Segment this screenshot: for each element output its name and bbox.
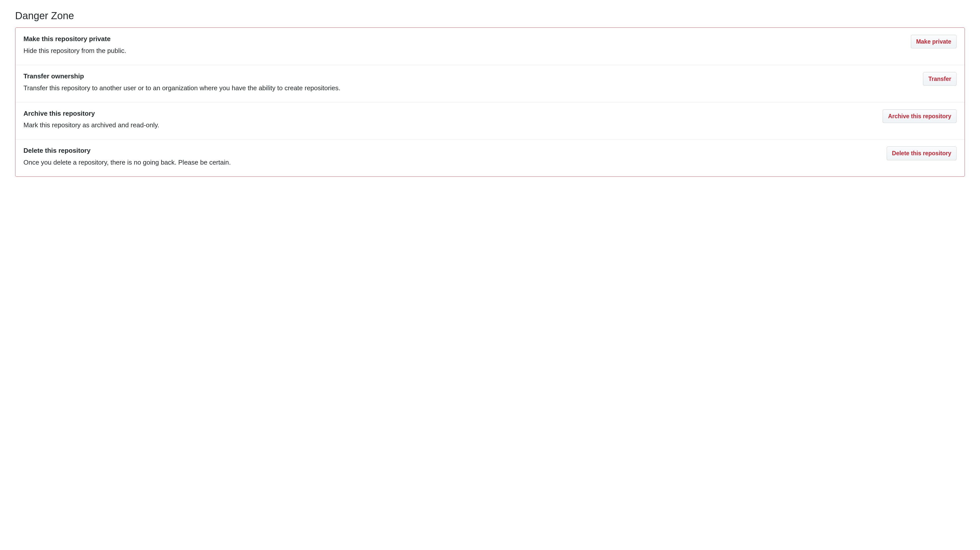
delete-repository-button[interactable]: Delete this repository [887, 146, 956, 160]
danger-zone-box: Make this repository private Hide this r… [15, 27, 965, 177]
danger-item-delete: Delete this repository Once you delete a… [15, 139, 965, 176]
danger-text: Make this repository private Hide this r… [24, 35, 911, 56]
danger-item-title: Delete this repository [24, 146, 881, 155]
danger-item-archive: Archive this repository Mark this reposi… [15, 102, 965, 140]
danger-item-make-private: Make this repository private Hide this r… [15, 28, 965, 65]
danger-text: Delete this repository Once you delete a… [24, 146, 887, 167]
make-private-button[interactable]: Make private [911, 35, 956, 48]
danger-item-title: Make this repository private [24, 35, 905, 43]
danger-item-description: Mark this repository as archived and rea… [24, 120, 877, 130]
danger-zone-heading: Danger Zone [15, 10, 965, 21]
danger-item-title: Transfer ownership [24, 72, 917, 81]
danger-item-description: Hide this repository from the public. [24, 46, 905, 56]
danger-text: Transfer ownership Transfer this reposit… [24, 72, 923, 93]
danger-item-title: Archive this repository [24, 110, 877, 118]
danger-item-transfer: Transfer ownership Transfer this reposit… [15, 65, 965, 102]
archive-repository-button[interactable]: Archive this repository [883, 110, 956, 123]
transfer-button[interactable]: Transfer [923, 72, 956, 86]
danger-item-description: Transfer this repository to another user… [24, 83, 917, 93]
danger-item-description: Once you delete a repository, there is n… [24, 157, 881, 167]
danger-text: Archive this repository Mark this reposi… [24, 110, 883, 130]
